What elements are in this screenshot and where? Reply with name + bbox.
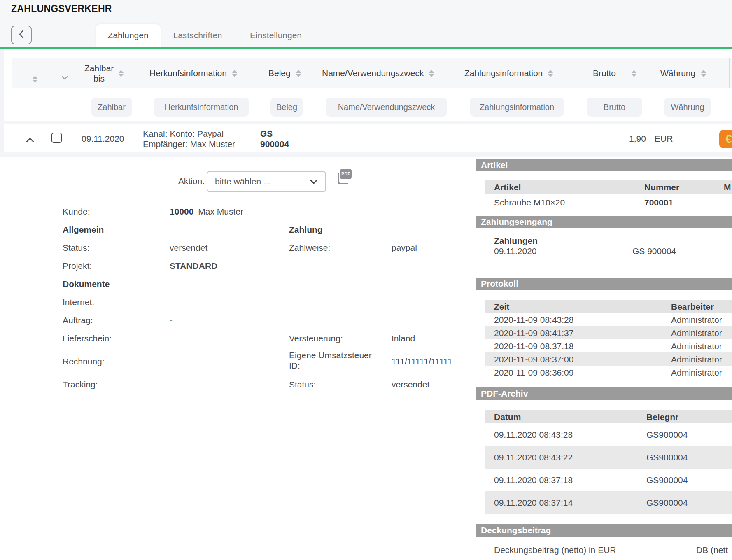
aktion-select[interactable]: bitte wählen ... [207, 171, 326, 192]
pdf-badge-label: PDF [340, 169, 352, 179]
tab-einstellungen[interactable]: Einstellungen [243, 24, 309, 47]
pdf-export-icon[interactable]: PDF [337, 169, 352, 185]
cell-herkunfsinformation: Kanal: Konto: Paypal Empfänger: Max Must… [143, 128, 235, 149]
auftrag-value: - [170, 315, 173, 325]
zahlweise-value: paypal [392, 243, 417, 253]
euro-payment-icon[interactable]: € [719, 130, 732, 148]
zahlweise-label: Zahlweise: [289, 243, 330, 253]
zahlungseingang-datum: 09.11.2020 [494, 246, 537, 256]
zahlungsverkehr-page: ZAHLUNGSVERKEHR Zahlungen Lastschriften … [0, 0, 732, 560]
status2-label: Status: [289, 380, 316, 390]
status-label: Status: [63, 243, 89, 253]
sort-icon [701, 70, 706, 77]
collapse-row-chevron-up-icon[interactable] [26, 135, 35, 145]
versteuerung-value: Inland [392, 334, 415, 343]
rechnung-label: Rechnung: [63, 357, 105, 366]
detail-separator [0, 152, 732, 157]
kunde-value: 10000 Max Muster [170, 207, 243, 217]
column-header-label: Beleg [268, 68, 291, 78]
zahlungseingang-beleg: GS 900004 [632, 246, 676, 256]
column-header-label: Name/Verwendungszweck [322, 68, 424, 78]
filter-input-beleg[interactable]: Beleg [270, 98, 303, 117]
chevron-down-icon [61, 72, 68, 82]
sort-icon [429, 70, 434, 77]
artikel-table-header [485, 180, 732, 194]
sort-icon [119, 70, 124, 77]
row-separator [0, 121, 732, 124]
filter-input-zahlbar[interactable]: Zahlbar [91, 98, 132, 117]
column-divider [729, 58, 730, 88]
ust-id-value: 111/11111/11111 [392, 357, 452, 366]
deckungsbeitrag-netto-label: Deckungsbeitrag (netto) in EUR [494, 545, 616, 555]
artikel-col-nummer: Nummer [644, 182, 679, 192]
status-value: versendet [170, 243, 207, 253]
cell-waehrung: EUR [655, 134, 673, 144]
kunde-label: Kunde: [63, 207, 90, 217]
deckungsbeitrag-db-label: DB (nett [696, 545, 728, 555]
column-header-herkunfsinformation[interactable]: Herkunfsinformation [149, 68, 237, 78]
sort-control-expander-column[interactable] [33, 71, 37, 83]
sort-icon [632, 70, 636, 77]
zahlungseingang-group: Zahlungen [494, 236, 538, 246]
sort-icon [296, 70, 301, 77]
filter-input-waehrung[interactable]: Währung [664, 98, 711, 117]
filter-input-zahlungsinformation[interactable]: Zahlungsinformation [470, 98, 564, 117]
tab-einstellungen-label: Einstellungen [250, 30, 302, 40]
projekt-label: Projekt: [63, 261, 92, 271]
chevron-left-icon [18, 29, 25, 41]
page-title: ZAHLUNGSVERKEHR [11, 3, 112, 14]
column-header-zahlbar-bis[interactable]: Zahlbar bis [84, 63, 124, 84]
column-header-brutto[interactable]: Brutto [593, 68, 636, 78]
allgemein-heading: Allgemein [63, 225, 104, 235]
artikel-col-artikel: Artikel [494, 182, 521, 192]
protokoll-col-bearbeiter: Bearbeiter [671, 302, 714, 312]
column-header-label: Herkunfsinformation [149, 68, 227, 78]
pdf-archiv-table-header [485, 410, 732, 423]
zahlung-heading: Zahlung [289, 225, 323, 235]
pdf-archiv-section-header: PDF-Archiv [476, 387, 732, 400]
artikel-col-menge: M [724, 182, 731, 192]
column-header-label: Brutto [593, 68, 616, 78]
column-header-label: Währung [660, 68, 695, 78]
protokoll-section-header: Protokoll [476, 278, 732, 290]
artikel-row-name: Schraube M10×20 [494, 198, 565, 208]
lieferschein-label: Lieferschein: [63, 334, 112, 343]
sort-icon [548, 70, 553, 77]
cell-beleg: GS 900004 [260, 128, 289, 149]
protokoll-col-zeit: Zeit [494, 302, 509, 312]
artikel-section-header: Artikel [476, 159, 732, 171]
back-button[interactable] [11, 26, 32, 44]
ust-id-label: Eigene Umsatzsteuer ID: [289, 350, 379, 371]
tab-lastschriften-label: Lastschriften [173, 30, 222, 40]
artikel-row-nummer: 700001 [644, 198, 673, 208]
sort-icon [33, 76, 37, 83]
pdf-archiv-col-belegnr: Belegnr [646, 412, 678, 422]
tracking-label: Tracking: [63, 380, 98, 390]
auftrag-label: Auftrag: [63, 315, 93, 325]
select-column-menu[interactable] [61, 72, 68, 82]
column-header-label: Zahlbar bis [84, 63, 114, 84]
chevron-down-icon [310, 177, 318, 187]
aktion-label: Aktion: [140, 176, 205, 186]
column-header-zahlungsinformation[interactable]: Zahlungsinformation [464, 68, 553, 78]
filter-input-name-verwendungszweck[interactable]: Name/Verwendungszweck [326, 98, 447, 117]
deckungsbeitrag-section-header: Deckungsbeitrag [476, 524, 732, 537]
zahlungseingang-section-header: Zahlungseingang [476, 216, 732, 228]
internet-label: Internet: [63, 297, 94, 307]
filter-input-brutto[interactable]: Brutto [587, 98, 642, 117]
cell-brutto: 1,90 [629, 134, 646, 144]
row-checkbox[interactable] [51, 133, 62, 143]
status2-value: versendet [392, 380, 429, 390]
dokumente-heading: Dokumente [63, 279, 110, 289]
projekt-value: STANDARD [170, 261, 217, 271]
column-header-name-verwendungszweck[interactable]: Name/Verwendungszweck [322, 68, 434, 78]
tab-lastschriften[interactable]: Lastschriften [166, 24, 230, 47]
filter-input-herkunfsinformation[interactable]: Herkunfsinformation [154, 98, 249, 117]
sort-icon [232, 70, 237, 77]
left-gutter [0, 49, 4, 152]
tab-zahlungen[interactable]: Zahlungen [96, 24, 161, 47]
cell-zahlbar-bis: 09.11.2020 [82, 134, 124, 144]
column-header-waehrung[interactable]: Währung [660, 68, 706, 78]
column-header-beleg[interactable]: Beleg [268, 68, 301, 78]
pdf-archiv-col-datum: Datum [494, 412, 521, 422]
